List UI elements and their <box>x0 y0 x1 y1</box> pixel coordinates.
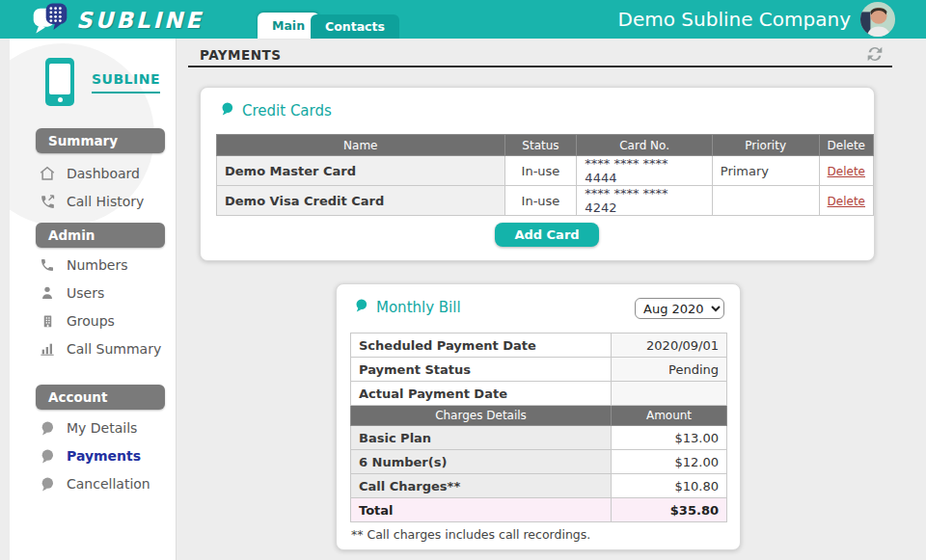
credit-cards-title-text: Credit Cards <box>242 102 332 120</box>
column-header-delete: Delete <box>819 135 873 156</box>
bill-row: Scheduled Payment Date 2020/09/01 <box>351 333 727 358</box>
phone-logo-icon <box>45 58 74 106</box>
total-row: Total $35.80 <box>351 498 727 522</box>
bill-value <box>612 382 727 406</box>
title-underline <box>188 66 892 67</box>
teal-bubble-icon <box>220 101 234 120</box>
charge-row: Basic Plan $13.00 <box>351 426 727 450</box>
sidebar-brand: SUBLINE <box>45 58 176 106</box>
sidebar: SUBLINE Summary Dashboard Call History A… <box>10 39 177 560</box>
sidebar-item-label: My Details <box>67 420 137 436</box>
charge-row: 6 Number(s) $12.00 <box>351 450 727 474</box>
credit-cards-title: Credit Cards <box>220 101 332 120</box>
sidebar-item-payments[interactable]: Payments <box>39 443 176 468</box>
monthly-bill-title-text: Monthly Bill <box>376 299 461 316</box>
column-header-name: Name <box>217 135 505 156</box>
column-header-card-no: Card No. <box>577 135 712 156</box>
app-header: SUBLINE Main Contacts Demo Subline Compa… <box>0 0 926 39</box>
charges-header-row: Charges Details Amount <box>351 406 727 426</box>
page-title: PAYMENTS <box>200 47 281 63</box>
add-card-button[interactable]: Add Card <box>495 223 599 247</box>
bubble-icon <box>39 419 56 437</box>
charges-details-header: Charges Details <box>351 406 612 426</box>
sidebar-item-numbers[interactable]: Numbers <box>39 253 176 278</box>
monthly-bill-panel: Monthly Bill Aug 2020 Scheduled Payment … <box>336 283 741 550</box>
refresh-icon[interactable] <box>864 43 885 65</box>
monthly-bill-title: Monthly Bill <box>354 298 461 317</box>
card-name: Demo Master Card <box>217 156 505 186</box>
sidebar-item-dashboard[interactable]: Dashboard <box>39 161 176 186</box>
sidebar-item-label: Payments <box>67 448 141 464</box>
bill-row: Payment Status Pending <box>351 358 727 382</box>
sidebar-item-label: Call Summary <box>67 341 161 357</box>
column-header-priority: Priority <box>712 135 819 156</box>
user-icon <box>39 284 56 302</box>
tab-contacts[interactable]: Contacts <box>311 14 399 39</box>
bill-label: Payment Status <box>351 358 612 382</box>
bill-label: Actual Payment Date <box>351 382 612 406</box>
sidebar-item-call-history[interactable]: Call History <box>39 189 176 214</box>
sidebar-item-label: Groups <box>67 313 115 329</box>
amount-header: Amount <box>612 406 727 426</box>
sidebar-section-summary: Summary <box>36 128 165 153</box>
month-selector[interactable]: Aug 2020 <box>635 298 724 319</box>
logo-bubbles-icon <box>32 1 68 40</box>
charge-label: 6 Number(s) <box>351 450 612 474</box>
sidebar-section-admin: Admin <box>36 223 165 248</box>
building-icon <box>39 312 56 330</box>
sidebar-item-users[interactable]: Users <box>39 280 176 306</box>
charge-label: Basic Plan <box>351 426 612 450</box>
card-status: In-use <box>504 186 577 216</box>
sidebar-item-label: Cancellation <box>67 476 150 492</box>
bill-row: Actual Payment Date <box>351 382 727 406</box>
teal-bubble-icon <box>354 298 368 317</box>
bill-value: Pending <box>612 358 727 382</box>
card-number: **** **** **** 4242 <box>577 186 712 216</box>
card-priority: Primary <box>712 156 819 186</box>
bubble-icon <box>39 475 56 493</box>
bill-label: Scheduled Payment Date <box>351 333 612 358</box>
monthly-bill-table: Scheduled Payment Date 2020/09/01 Paymen… <box>350 333 727 522</box>
sidebar-item-label: Users <box>67 285 104 301</box>
sidebar-item-groups[interactable]: Groups <box>39 308 176 333</box>
table-row: Demo Visa Credit Card In-use **** **** *… <box>217 186 874 216</box>
app-logo[interactable]: SUBLINE <box>32 1 204 40</box>
home-icon <box>39 165 56 182</box>
sidebar-item-label: Dashboard <box>67 166 140 181</box>
sidebar-section-account: Account <box>36 385 165 410</box>
total-amount: $35.80 <box>612 498 727 522</box>
charge-amount: $13.00 <box>612 426 727 450</box>
call-history-icon <box>39 193 56 210</box>
user-avatar[interactable] <box>859 1 896 38</box>
charge-amount: $12.00 <box>612 450 727 474</box>
credit-cards-table: Name Status Card No. Priority Delete Dem… <box>216 134 874 216</box>
brand-name: SUBLINE <box>76 8 204 33</box>
card-name: Demo Visa Credit Card <box>217 186 505 216</box>
table-header-row: Name Status Card No. Priority Delete <box>217 135 874 156</box>
card-number: **** **** **** 4444 <box>577 156 712 186</box>
delete-card-link[interactable]: Delete <box>828 195 865 208</box>
bar-chart-icon <box>39 340 56 358</box>
sidebar-item-label: Call History <box>67 194 144 209</box>
delete-card-link[interactable]: Delete <box>828 165 865 178</box>
card-priority <box>712 186 819 216</box>
credit-cards-panel: Credit Cards Name Status Card No. Priori… <box>200 87 875 261</box>
total-label: Total <box>351 498 612 522</box>
sidebar-brand-link[interactable]: SUBLINE <box>92 71 160 93</box>
sidebar-item-call-summary[interactable]: Call Summary <box>39 336 176 361</box>
bubble-icon <box>39 447 56 465</box>
table-row: Demo Master Card In-use **** **** **** 4… <box>217 156 874 186</box>
company-name: Demo Subline Company <box>618 8 851 31</box>
phone-icon <box>39 256 56 274</box>
sidebar-item-my-details[interactable]: My Details <box>39 415 176 440</box>
charge-amount: $10.80 <box>612 474 727 498</box>
bill-value: 2020/09/01 <box>612 333 727 358</box>
sidebar-item-cancellation[interactable]: Cancellation <box>39 471 176 496</box>
column-header-status: Status <box>504 135 577 156</box>
bill-footnote: ** Call charges includes call recordings… <box>351 527 590 542</box>
sidebar-item-label: Numbers <box>67 257 128 273</box>
charge-row: Call Charges** $10.80 <box>351 474 727 498</box>
charge-label: Call Charges** <box>351 474 612 498</box>
card-status: In-use <box>504 156 577 186</box>
